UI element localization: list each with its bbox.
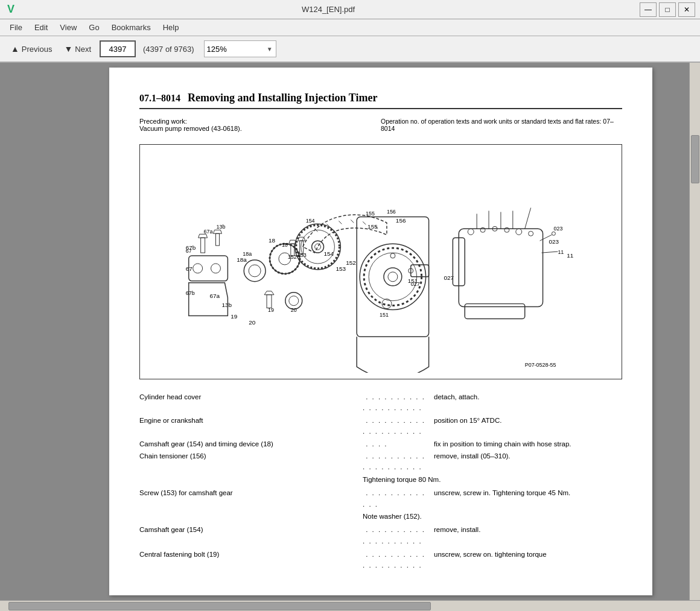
svg-point-24 (529, 231, 533, 236)
list-item: Central fastening bolt (19) . . . . . . … (139, 549, 622, 571)
zoom-wrapper: 50% 75% 100% 125% 150% 200% (199, 40, 276, 57)
list-item: Screw (153) for camshaft gear . . . . . … (139, 487, 622, 510)
timing-chain: 155 156 (303, 209, 396, 253)
svg-point-19 (468, 229, 474, 235)
page-number-input[interactable] (100, 40, 136, 57)
svg-text:67a: 67a (210, 293, 220, 299)
page-container: 07.1–8014 Removing and Installing Inject… (72, 63, 689, 600)
part-action: remove, install. (429, 524, 622, 546)
svg-point-57 (315, 244, 321, 250)
part-name: Camshaft gear (154) (139, 524, 363, 546)
svg-line-33 (542, 252, 558, 253)
previous-button[interactable]: ▲ Previous (7, 42, 56, 56)
svg-text:19: 19 (268, 307, 274, 313)
part-action-continuation: Note washer (152). (363, 511, 622, 522)
menu-file[interactable]: File (5, 22, 27, 33)
list-item: Cylinder head cover . . . . . . . . . . … (139, 391, 622, 414)
timing-cover: 151 (357, 217, 428, 373)
part-name: Central fastening bolt (19) (139, 549, 363, 571)
menu-bookmarks[interactable]: Bookmarks (107, 22, 156, 33)
close-button[interactable]: ✕ (678, 2, 695, 17)
svg-text:20: 20 (249, 319, 256, 326)
part-action: fix in position to timing chain with hos… (429, 438, 622, 449)
svg-text:13b: 13b (216, 224, 225, 230)
part-dots: . . . . . . . . . . . . . . . . . . . . (363, 524, 429, 546)
window-controls: — □ ✕ (640, 2, 695, 17)
content-area: 07.1–8014 Removing and Installing Inject… (0, 63, 700, 600)
section-divider (139, 108, 622, 109)
svg-text:13b: 13b (221, 302, 232, 308)
horizontal-scrollbar-thumb[interactable] (8, 602, 431, 610)
svg-point-76 (211, 264, 221, 273)
restore-button[interactable]: □ (659, 2, 676, 17)
svg-text:151: 151 (380, 312, 389, 318)
svg-text:155: 155 (366, 211, 375, 217)
horizontal-scrollbar-track[interactable] (2, 602, 698, 610)
svg-point-75 (193, 264, 203, 273)
diagram-box: 67b 67 67a 13b 19 20 153 152 154 155 156… (139, 144, 622, 379)
svg-text:153: 153 (336, 265, 346, 272)
part-dots: . . . . . . . . . . . . . . . . . . . . (363, 451, 429, 473)
preceding-info: Preceding work: Vacuum pump removed (43-… (139, 118, 622, 132)
menu-bar: File Edit View Go Bookmarks Help (0, 19, 700, 36)
svg-line-48 (339, 221, 342, 224)
scrollbar-thumb[interactable] (691, 135, 699, 183)
minimize-button[interactable]: — (640, 2, 657, 17)
part-action: unscrew, screw in. Tightening torque 45 … (429, 487, 622, 510)
menu-edit[interactable]: Edit (30, 22, 52, 33)
svg-text:027: 027 (411, 281, 420, 287)
svg-text:153: 153 (298, 252, 307, 258)
diagram-ref: P07-0528-55 (525, 362, 556, 368)
part-action: unscrew, screw on. tightening torque (429, 549, 622, 571)
left-margin (0, 63, 72, 600)
menu-view[interactable]: View (55, 22, 81, 33)
svg-text:67b: 67b (186, 290, 195, 296)
svg-line-49 (351, 220, 354, 223)
part-action-continuation: Tightening torque 80 Nm. (363, 474, 622, 485)
bottom-scrollbar[interactable] (0, 600, 700, 611)
preceding-work-value: Vacuum pump removed (43-0618). (139, 125, 242, 132)
list-item: Camshaft gear (154) . . . . . . . . . . … (139, 524, 622, 546)
svg-text:154: 154 (306, 218, 315, 224)
right-scrollbar[interactable] (689, 63, 700, 600)
down-arrow-icon: ▼ (64, 44, 72, 54)
svg-point-31 (552, 232, 555, 235)
svg-text:156: 156 (396, 217, 406, 224)
menu-help[interactable]: Help (158, 22, 184, 33)
app-icon: V (5, 4, 17, 16)
toolbar: ▲ Previous ▼ Next (4397 of 9763) 50% 75%… (0, 36, 700, 63)
next-button[interactable]: ▼ Next (60, 42, 95, 56)
part-dots: . . . . . . . . . . . . . . . . . . . . (363, 415, 429, 437)
zoom-select[interactable]: 50% 75% 100% 125% 150% 200% (204, 40, 276, 57)
operation-text: Operation no. of operation texts and wor… (381, 118, 614, 132)
svg-point-71 (289, 296, 299, 306)
window-title: W124_[EN].pdf (17, 5, 640, 14)
svg-line-50 (363, 221, 366, 224)
svg-point-22 (504, 227, 509, 232)
list-item: Engine or crankshaft . . . . . . . . . .… (139, 415, 622, 437)
preceding-left: Preceding work: Vacuum pump removed (43-… (139, 118, 242, 132)
svg-marker-68 (264, 291, 274, 295)
svg-text:20: 20 (291, 307, 297, 313)
previous-label: Previous (22, 45, 52, 54)
svg-point-20 (480, 227, 485, 232)
svg-text:11: 11 (558, 249, 564, 255)
svg-rect-67 (267, 295, 272, 308)
svg-rect-17 (459, 229, 542, 306)
svg-text:18a: 18a (243, 251, 252, 257)
svg-text:67: 67 (186, 248, 192, 254)
svg-text:18: 18 (282, 242, 288, 248)
svg-text:18: 18 (269, 237, 276, 244)
svg-text:152: 152 (288, 254, 297, 260)
svg-rect-35 (465, 304, 524, 319)
section-number: 07.1–8014 (139, 93, 180, 104)
svg-text:023: 023 (553, 226, 562, 232)
part-dots: . . . . . . . . . . . . . . . . . . . . (363, 391, 429, 414)
svg-point-60 (244, 260, 266, 282)
svg-text:152: 152 (346, 259, 356, 266)
page-count: (4397 of 9763) (143, 45, 194, 54)
svg-point-42 (390, 253, 395, 258)
menu-go[interactable]: Go (84, 22, 104, 33)
list-item: Chain tensioner (156) . . . . . . . . . … (139, 451, 622, 473)
injection-pump: 023 11 (453, 207, 564, 318)
